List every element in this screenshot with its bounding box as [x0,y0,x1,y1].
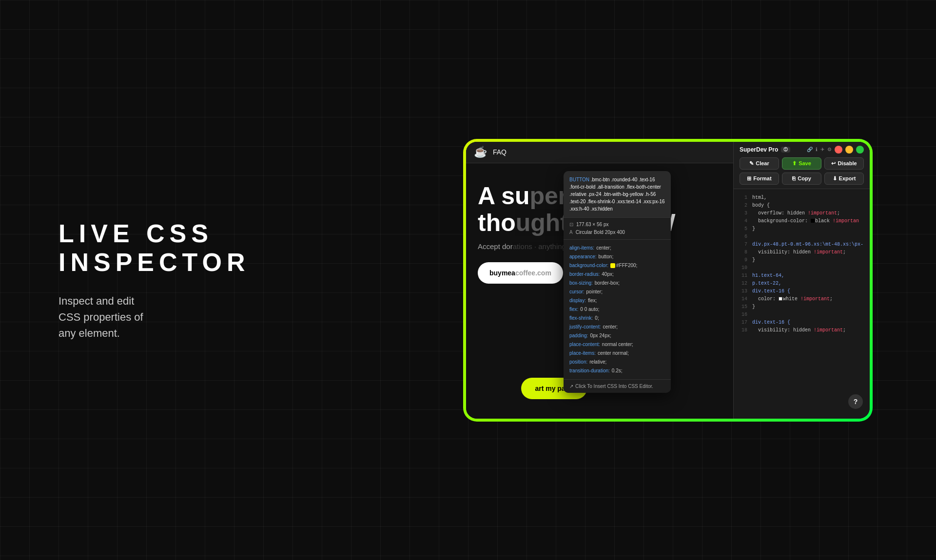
superdev-brand-row: SuperDev Pro ⓵ 🔗 ℹ ✈ ⚙ [740,146,864,154]
code-line: 5} [740,225,864,233]
code-line: 8 visibility: hidden !important; [740,249,864,256]
window-minimize[interactable] [845,146,853,154]
inspector-selector: BUTTON .bmc-btn .rounded-40 .text-16 .fo… [564,171,671,218]
gradient-border: ☕ FAQ A super simple thought of W Accept… [463,139,873,422]
website-topbar: ☕ FAQ [466,142,733,163]
mockup-inner: ☕ FAQ A super simple thought of W Accept… [466,142,870,419]
code-line: 9} [740,256,864,264]
window-close[interactable] [835,146,842,154]
clear-button[interactable]: ✎ Clear [740,157,779,170]
code-line: 3 overflow: hidden !important; [740,210,864,217]
inspector-footer[interactable]: ↗ Click To Insert CSS Into CSS Editor. [564,379,671,393]
icon-link: 🔗 [807,147,813,152]
code-line: 12p.text-22, [740,280,864,288]
disable-button[interactable]: ↩ Disable [824,157,864,170]
coffee-icon: ☕ [474,146,487,158]
inspector-dimensions: ⊡ 177.63 × 56 px A Circular Bold 20px 40… [564,218,671,240]
code-line: 1html, [740,194,864,202]
export-button[interactable]: ⬇ Export [824,173,864,185]
code-line: 18 visibility: hidden !important; [740,327,864,334]
code-line: 2body { [740,202,864,210]
inspector-properties: align-items:center; appearance:button; b… [564,240,671,379]
code-line: 16 [740,311,864,319]
code-line: 11h1.text-64, [740,272,864,280]
action-buttons-row1: ✎ Clear ⬆ Save ↩ Disable [740,157,864,170]
superdev-brand: SuperDev Pro ⓵ [740,146,790,153]
faq-label: FAQ [493,148,507,156]
copy-button[interactable]: ⎘ Copy [782,173,821,185]
editor-topbar: SuperDev Pro ⓵ 🔗 ℹ ✈ ⚙ [734,142,870,189]
editor-panel: SuperDev Pro ⓵ 🔗 ℹ ✈ ⚙ [733,142,870,419]
icon-arrow: ✈ [820,147,824,152]
save-button[interactable]: ⬆ Save [782,157,821,170]
main-title: LIVE CSS INSPECTOR [58,219,250,277]
css-inspector-popup: BUTTON .bmc-btn .rounded-40 .text-16 .fo… [564,171,671,393]
code-line: 14 color: white !important; [740,295,864,303]
buy-button[interactable]: buymeacoffee.com [478,262,563,284]
code-line: 7div.px-48.pt-0.mt-96.xs:\mt-48.xs:\px- [740,241,864,249]
icon-gear: ⚙ [827,147,832,152]
left-section: LIVE CSS INSPECTOR Inspect and editCSS p… [58,219,250,341]
help-button[interactable]: ? [848,394,863,409]
icon-info: ℹ [816,147,818,152]
code-line: 15} [740,303,864,311]
window-maximize[interactable] [856,146,864,154]
code-line: 4 background-color: black !importan [740,217,864,225]
website-panel: ☕ FAQ A super simple thought of W Accept… [466,142,733,419]
mockup-wrapper: ☕ FAQ A super simple thought of W Accept… [463,139,873,422]
action-buttons-row2: ⊞ Format ⎘ Copy ⬇ Export [740,173,864,185]
css-code-editor[interactable]: 1html, 2body { 3 overflow: hidden !impor… [734,189,870,419]
insert-css-button[interactable]: ↗ Click To Insert CSS Into CSS Editor. [569,384,665,389]
code-line: 13div.text-16 { [740,288,864,295]
code-line: 6 [740,233,864,241]
format-button[interactable]: ⊞ Format [740,173,779,185]
brand-badge: ⓵ [781,147,790,153]
subtitle: Inspect and editCSS properties ofany ele… [58,293,250,341]
code-line: 17div.text-16 { [740,319,864,327]
window-controls: 🔗 ℹ ✈ ⚙ [807,146,864,154]
code-line: 10 [740,264,864,272]
